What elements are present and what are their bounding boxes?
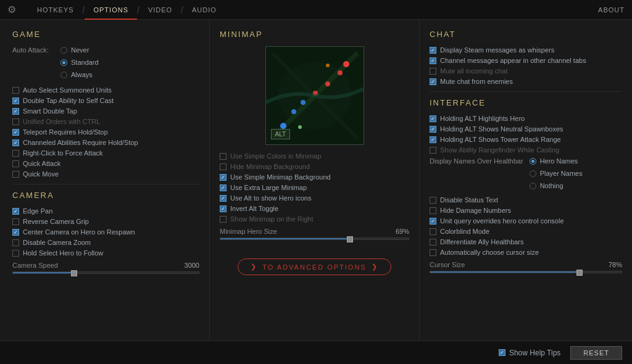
cb-simple-colors[interactable] — [220, 153, 227, 160]
cb-mute-enemies[interactable] — [430, 78, 436, 85]
cb-invert-alt[interactable] — [220, 205, 227, 212]
cb-center-cam[interactable] — [12, 229, 19, 236]
iface-opt-2[interactable]: Holding ALT Shows Tower Attack Range — [430, 136, 622, 143]
chat-opt-0[interactable]: Display Steam messages as whispers — [430, 46, 622, 54]
ex-opt-0[interactable]: Disable Status Text — [430, 196, 622, 204]
cb-alt-highlights[interactable] — [430, 115, 436, 122]
cam-speed-track[interactable] — [12, 271, 199, 274]
tab-options[interactable]: OPTIONS — [85, 0, 137, 20]
game-opt-8[interactable]: Quick Move — [12, 170, 199, 178]
game-opt-1[interactable]: Double Tap Ability to Self Cast — [12, 97, 199, 104]
game-opt-5[interactable]: Channeled Abilities Require Hold/Stop — [12, 139, 199, 146]
cursor-size-track[interactable] — [430, 271, 622, 273]
iface-opt-0[interactable]: Holding ALT Highlights Hero — [430, 115, 622, 122]
cb-auto-cursor[interactable] — [430, 249, 436, 256]
chat-opt-2[interactable]: Mute all incoming chat — [430, 67, 622, 75]
auto-attack-always[interactable]: Always — [60, 71, 99, 78]
cb-simple-bg[interactable] — [220, 174, 227, 181]
ex-opt-5[interactable]: Automatically choose cursor size — [430, 249, 622, 256]
cb-edge-pan[interactable] — [12, 208, 19, 215]
cb-double-tap[interactable] — [12, 97, 19, 104]
tab-video[interactable]: VIDEO — [139, 0, 181, 20]
label-teleport: Teleport Requires Hold/Stop — [23, 128, 108, 136]
iface-opt-1[interactable]: Holding ALT Shows Neutral Spawnboxes — [430, 125, 622, 133]
mm-opt-5[interactable]: Invert Alt Toggle — [220, 205, 409, 212]
tab-hotkeys[interactable]: HOTKEYS — [28, 0, 83, 20]
auto-attack-never[interactable]: Never — [60, 46, 99, 54]
cb-mute-all[interactable] — [430, 68, 436, 75]
ex-opt-1[interactable]: Hide Damage Numbers — [430, 207, 622, 214]
game-opt-7[interactable]: Quick Attack — [12, 160, 199, 167]
radio-standard[interactable] — [60, 59, 67, 66]
game-opt-4[interactable]: Teleport Requires Hold/Stop — [12, 128, 199, 136]
game-opt-0[interactable]: Auto Select Summoned Units — [12, 86, 199, 94]
ex-opt-3[interactable]: Colorblind Mode — [430, 228, 622, 235]
cb-disable-zoom[interactable] — [12, 239, 19, 246]
advanced-options-button[interactable]: ❯ TO ADVANCED OPTIONS ❯ — [238, 259, 391, 275]
game-opt-2[interactable]: Smart Double Tap — [12, 107, 199, 115]
cb-steam-whisper[interactable] — [430, 47, 436, 54]
mm-opt-0[interactable]: Use Simple Colors in Minimap — [220, 152, 409, 160]
dn-opt-player[interactable]: Player Names — [530, 170, 583, 177]
chat-opt-1[interactable]: Channel messages appear in other channel… — [430, 57, 622, 64]
cam-opt-0[interactable]: Edge Pan — [12, 207, 199, 215]
about-button[interactable]: ABOUT — [598, 6, 625, 14]
cb-alt-hero-icons[interactable] — [220, 195, 227, 202]
dn-opt-nothing[interactable]: Nothing — [530, 182, 583, 189]
cb-hide-bg[interactable] — [220, 163, 227, 170]
cb-teleport[interactable] — [12, 129, 19, 136]
cb-channeled[interactable] — [12, 139, 19, 146]
mm-opt-3[interactable]: Use Extra Large Minimap — [220, 184, 409, 191]
cb-quick-move[interactable] — [12, 171, 19, 178]
radio-never[interactable] — [60, 47, 67, 54]
cb-auto-select[interactable] — [12, 87, 19, 94]
mm-size-thumb[interactable] — [347, 236, 353, 242]
ex-opt-4[interactable]: Differentiate Ally Healthbars — [430, 238, 622, 246]
mm-size-track[interactable] — [220, 238, 409, 240]
radio-player-names[interactable] — [530, 170, 536, 177]
cursor-size-thumb[interactable] — [576, 270, 583, 276]
mm-opt-2[interactable]: Use Simple Minimap Background — [220, 173, 409, 181]
cb-right-click[interactable] — [12, 150, 19, 157]
mm-opt-6[interactable]: Show Minimap on the Right — [220, 215, 409, 223]
cb-unified[interactable] — [12, 118, 19, 125]
cam-opt-4[interactable]: Hold Select Hero to Follow — [12, 249, 199, 257]
label-hero-names: Hero Names — [540, 157, 578, 165]
iface-opt-3[interactable]: Show Ability Rangefinder While Casting — [430, 146, 622, 154]
cb-unit-query[interactable] — [430, 218, 436, 225]
mm-opt-4[interactable]: Use Alt to show Hero icons — [220, 194, 409, 202]
cam-opt-1[interactable]: Reverse Camera Grip — [12, 218, 199, 225]
cb-minimap-right[interactable] — [220, 216, 227, 223]
cb-reverse-cam[interactable] — [12, 218, 19, 225]
cb-extra-large[interactable] — [220, 184, 227, 191]
tab-audio[interactable]: AUDIO — [183, 0, 225, 20]
cb-alt-neutral[interactable] — [430, 126, 436, 133]
cb-alt-tower[interactable] — [430, 136, 436, 143]
cam-opt-3[interactable]: Disable Camera Zoom — [12, 239, 199, 246]
cb-hold-select[interactable] — [12, 250, 19, 257]
cb-smart-double[interactable] — [12, 108, 19, 115]
cb-show-help[interactable] — [499, 349, 505, 356]
label-channel-msgs: Channel messages appear in other channel… — [440, 57, 586, 64]
chat-opt-3[interactable]: Mute chat from enemies — [430, 78, 622, 85]
cb-disable-status[interactable] — [430, 197, 436, 204]
ex-opt-2[interactable]: Unit query overrides hero control consol… — [430, 217, 622, 225]
cb-hide-damage[interactable] — [430, 207, 436, 214]
game-opt-3[interactable]: Unified Orders with CTRL — [12, 118, 199, 125]
auto-attack-standard[interactable]: Standard — [60, 59, 99, 66]
cb-channel-msgs[interactable] — [430, 57, 436, 64]
radio-always[interactable] — [60, 72, 67, 78]
cb-rangefinder[interactable] — [430, 147, 436, 154]
dn-opt-hero[interactable]: Hero Names — [530, 157, 583, 165]
cam-opt-2[interactable]: Center Camera on Hero on Respawn — [12, 228, 199, 236]
radio-nothing[interactable] — [530, 183, 536, 189]
gear-icon[interactable]: ⚙ — [7, 4, 16, 15]
cb-diff-ally[interactable] — [430, 239, 436, 246]
cb-quick-attack[interactable] — [12, 160, 19, 167]
cam-speed-thumb[interactable] — [71, 270, 77, 276]
game-opt-6[interactable]: Right-Click to Force Attack — [12, 149, 199, 157]
cb-colorblind[interactable] — [430, 228, 436, 235]
reset-button[interactable]: RESET — [570, 346, 622, 360]
mm-opt-1[interactable]: Hide Minimap Background — [220, 163, 409, 170]
radio-hero-names[interactable] — [530, 158, 536, 165]
